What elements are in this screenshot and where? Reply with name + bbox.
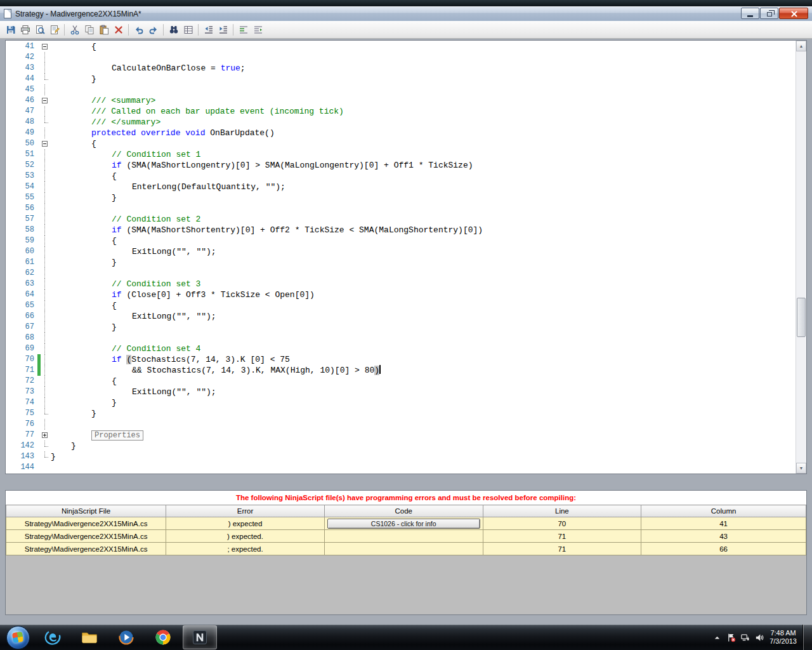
code-line[interactable]: 64if (Close[0] + Off3 * TickSize < Open[… bbox=[6, 289, 796, 300]
copy-icon[interactable] bbox=[82, 23, 96, 37]
scroll-down-arrow[interactable] bbox=[796, 463, 806, 474]
title-bar[interactable]: Strategy - Madivergence2XX15MinA* bbox=[0, 6, 812, 21]
code-token: Stochastics(7, 14, 3).K [0] < 75 bbox=[131, 355, 290, 364]
error-description-cell: ) expected bbox=[166, 517, 325, 530]
fold-marker[interactable] bbox=[41, 138, 49, 149]
code-editor[interactable]: 41{4243CalculateOnBarClose = true;44}454… bbox=[5, 40, 807, 474]
code-line[interactable]: 143} bbox=[6, 451, 796, 462]
fold-marker[interactable] bbox=[41, 95, 49, 106]
error-row[interactable]: Strategy\Madivergence2XX15MinA.cs) expec… bbox=[6, 517, 806, 530]
code-line[interactable]: 53{ bbox=[6, 171, 796, 182]
start-orb bbox=[6, 626, 30, 649]
code-token: (SMA(MaShortLongentry)[0] > SMA(MaLongLo… bbox=[122, 161, 473, 170]
code-line[interactable]: 76 bbox=[6, 419, 796, 430]
code-line[interactable]: 74} bbox=[6, 397, 796, 408]
error-row[interactable]: Strategy\Madivergence2XX15MinA.cs; expec… bbox=[6, 543, 806, 555]
scrollbar-thumb[interactable] bbox=[797, 298, 806, 337]
scroll-up-arrow[interactable] bbox=[796, 41, 806, 51]
code-line[interactable]: 66ExitLong("", ""); bbox=[6, 311, 796, 322]
redo-icon[interactable] bbox=[146, 23, 160, 37]
show-desktop-button[interactable] bbox=[803, 625, 812, 650]
code-line[interactable]: 75} bbox=[6, 408, 796, 419]
print-icon[interactable] bbox=[18, 23, 32, 37]
collapsed-region[interactable]: Properties bbox=[91, 430, 143, 441]
code-line[interactable]: 45 bbox=[6, 84, 796, 95]
undo-icon[interactable] bbox=[131, 23, 146, 37]
code-line[interactable]: 59{ bbox=[6, 235, 796, 246]
code-line[interactable]: 54EnterLong(DefaultQuantity, ""); bbox=[6, 182, 796, 192]
vertical-scrollbar[interactable] bbox=[796, 41, 806, 474]
paste-icon[interactable] bbox=[96, 23, 111, 37]
code-line[interactable]: 68 bbox=[6, 333, 796, 343]
internet-explorer-icon[interactable] bbox=[36, 625, 70, 649]
code-line[interactable]: 48/// </summary> bbox=[6, 117, 796, 128]
uncomment-icon[interactable] bbox=[251, 23, 265, 37]
code-line[interactable]: 42 bbox=[6, 52, 796, 63]
code-line[interactable]: 69// Condition set 4 bbox=[6, 343, 796, 354]
media-player-icon[interactable] bbox=[109, 625, 143, 649]
hidden-icons-arrow[interactable] bbox=[710, 629, 724, 646]
code-line[interactable]: 44} bbox=[6, 74, 796, 84]
code-line[interactable]: 72{ bbox=[6, 376, 796, 387]
code-line[interactable]: 62 bbox=[6, 268, 796, 279]
network-icon[interactable] bbox=[738, 629, 752, 646]
code-line[interactable]: 46/// <summary> bbox=[6, 95, 796, 106]
error-column-header: Line bbox=[483, 505, 641, 517]
fold-marker bbox=[41, 300, 49, 311]
code-line[interactable]: 50{ bbox=[6, 138, 796, 149]
fold-marker[interactable] bbox=[41, 41, 49, 52]
code-line[interactable]: 58if (SMA(MaShortShortentry)[0] + Off2 *… bbox=[6, 225, 796, 235]
code-line[interactable]: 41{ bbox=[6, 41, 796, 52]
code-line[interactable]: 144 bbox=[6, 462, 796, 473]
windows-explorer-icon[interactable] bbox=[72, 625, 107, 649]
code-line[interactable]: 55} bbox=[6, 192, 796, 203]
indent-icon[interactable] bbox=[216, 23, 230, 37]
code-line[interactable]: 63// Condition set 3 bbox=[6, 279, 796, 289]
code-line[interactable]: 65{ bbox=[6, 300, 796, 311]
print-preview-icon[interactable] bbox=[32, 23, 47, 37]
code-line[interactable]: 142} bbox=[6, 441, 796, 451]
taskbar-clock[interactable]: 7:48 AM 7/3/2013 bbox=[766, 629, 802, 646]
close-button[interactable] bbox=[779, 8, 808, 19]
code-line[interactable]: 70if (Stochastics(7, 14, 3).K [0] < 75 bbox=[6, 354, 796, 365]
find-icon[interactable] bbox=[166, 23, 181, 37]
fold-marker bbox=[41, 214, 49, 225]
comment-icon[interactable] bbox=[236, 23, 251, 37]
code-line[interactable]: 71&& Stochastics(7, 14, 3).K, MAX(High, … bbox=[6, 365, 796, 376]
delete-icon[interactable] bbox=[111, 23, 126, 37]
code-line[interactable]: 51// Condition set 1 bbox=[6, 149, 796, 160]
fold-marker[interactable] bbox=[41, 430, 49, 441]
code-line[interactable]: 43CalculateOnBarClose = true; bbox=[6, 63, 796, 74]
code-text: if (SMA(MaShortShortentry)[0] + Off2 * T… bbox=[49, 225, 483, 235]
code-line[interactable]: 73ExitLong("", ""); bbox=[6, 387, 796, 397]
page-setup-icon[interactable] bbox=[47, 23, 62, 37]
line-number: 70 bbox=[6, 354, 37, 365]
error-row[interactable]: Strategy\Madivergence2XX15MinA.cs) expec… bbox=[6, 530, 806, 543]
outdent-icon[interactable] bbox=[201, 23, 216, 37]
ninjatrader-icon[interactable] bbox=[183, 625, 217, 649]
code-line[interactable]: 49protected override void OnBarUpdate() bbox=[6, 128, 796, 138]
chrome-icon[interactable] bbox=[146, 625, 180, 649]
volume-icon[interactable] bbox=[752, 629, 766, 646]
save-icon[interactable] bbox=[3, 23, 18, 37]
code-token: if bbox=[112, 355, 122, 364]
start-button[interactable] bbox=[3, 625, 33, 649]
code-line[interactable]: 47/// Called on each bar update event (i… bbox=[6, 106, 796, 117]
error-code-button[interactable]: CS1026 - click for info bbox=[327, 519, 480, 529]
cut-icon[interactable] bbox=[67, 23, 82, 37]
code-line[interactable]: 60ExitLong("", ""); bbox=[6, 246, 796, 257]
code-text: { bbox=[49, 235, 117, 246]
minimize-button[interactable] bbox=[741, 8, 759, 19]
code-line[interactable]: 67} bbox=[6, 322, 796, 333]
code-line[interactable]: 56 bbox=[6, 203, 796, 214]
maximize-button[interactable] bbox=[760, 8, 778, 19]
code-line[interactable]: 57// Condition set 2 bbox=[6, 214, 796, 225]
action-center-flag-icon[interactable] bbox=[724, 629, 738, 646]
code-line[interactable]: 77Properties bbox=[6, 430, 796, 441]
bookmark-icon[interactable] bbox=[181, 23, 195, 37]
code-text bbox=[49, 333, 51, 343]
code-line[interactable]: 61} bbox=[6, 257, 796, 268]
toolbar-separator bbox=[64, 24, 65, 36]
code-line[interactable]: 52if (SMA(MaShortLongentry)[0] > SMA(MaL… bbox=[6, 160, 796, 171]
code-text: /// <summary> bbox=[49, 95, 155, 106]
